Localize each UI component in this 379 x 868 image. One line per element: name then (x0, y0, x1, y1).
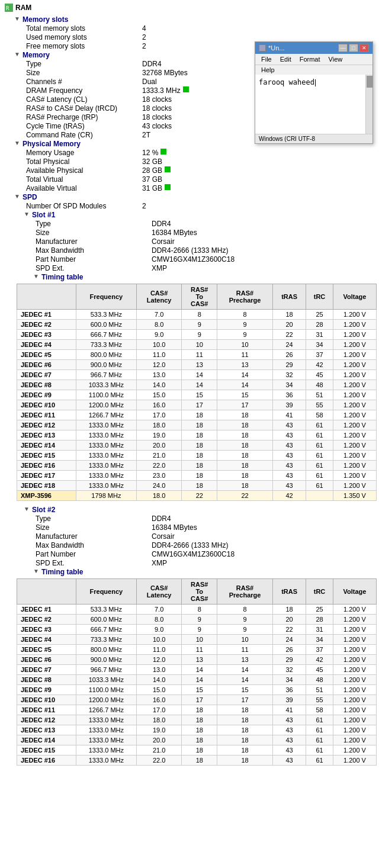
row-name: JEDEC #12 (17, 715, 76, 725)
row-trc: 61 (306, 430, 333, 441)
row-tras: 36 (273, 390, 306, 400)
row-tras: 26 (273, 645, 306, 655)
row-name: JEDEC #13 (17, 430, 76, 441)
row-tras: 18 (273, 310, 306, 320)
menu-file[interactable]: File (258, 55, 275, 63)
table-row: JEDEC #16 1333.0 MHz 22.0 18 18 43 61 1.… (17, 756, 377, 766)
close-button[interactable]: ✕ (359, 44, 369, 52)
row-cas: 9.0 (136, 625, 182, 635)
row-tras: 29 (273, 655, 306, 665)
row-volt: 1.200 V (333, 370, 376, 380)
available-virtual-value: 31 GB (142, 184, 162, 192)
row-tras: 18 (273, 605, 306, 615)
slot2-maxbw-row: Max Bandwidth DDR4-2666 (1333 MHz) (5, 541, 377, 549)
main-panel: R RAM ▼ Memory slots Total memory slots … (0, 0, 379, 868)
row-volt: 1.200 V (333, 330, 376, 340)
row-tras: 26 (273, 350, 306, 360)
row-freq: 800.0 MHz (76, 645, 137, 655)
total-memory-slots-row: Total memory slots 4 (5, 24, 377, 33)
row-cas: 18.0 (136, 420, 182, 430)
row-cas: 22.0 (136, 756, 182, 766)
used-memory-slots-label: Used memory slots (24, 33, 142, 41)
row-name: JEDEC #14 (17, 441, 76, 451)
row-trc: 42 (306, 360, 333, 370)
row-trc: 28 (306, 615, 333, 625)
row-name: JEDEC #8 (17, 675, 76, 685)
minimize-button[interactable]: — (338, 44, 348, 52)
row-cas: 15.0 (136, 390, 182, 400)
spd-item[interactable]: ▼ SPD (5, 193, 377, 201)
slot1-pn-value: CMW16GX4M1Z3600C18 (152, 255, 235, 263)
table-row: JEDEC #17 1333.0 MHz 23.0 18 18 43 61 1.… (17, 471, 377, 481)
maximize-button[interactable]: □ (349, 44, 358, 52)
row-trc: 51 (306, 390, 333, 400)
row-ras-pre: 22 (217, 491, 273, 501)
menu-help[interactable]: Help (258, 66, 278, 74)
row-volt: 1.200 V (333, 340, 376, 350)
row-ras-pre: 18 (217, 735, 273, 745)
table-row: JEDEC #3 666.7 MHz 9.0 9 9 22 31 1.200 V (17, 625, 377, 635)
slot2-item[interactable]: ▼ Slot #2 (5, 506, 377, 514)
slot1-size-row: Size 16384 MBytes (5, 229, 377, 237)
scrollbar-right[interactable] (365, 75, 372, 134)
row-name: JEDEC #2 (17, 320, 76, 330)
row-freq: 533.3 MHz (76, 310, 137, 320)
ras-precharge-value: 18 clocks (142, 113, 172, 121)
row-name: JEDEC #14 (17, 735, 76, 745)
slot2-pn-label: Part Number (33, 550, 152, 558)
row-freq: 966.7 MHz (76, 370, 137, 380)
menu-format[interactable]: Format (296, 55, 324, 63)
row-tras: 34 (273, 675, 306, 685)
float-status-bar: Windows (CRI UTF-8 (255, 134, 372, 143)
row-tras: 42 (273, 491, 306, 501)
spd-arrow: ▼ (14, 193, 23, 200)
menu-edit[interactable]: Edit (277, 55, 295, 63)
slot1-item[interactable]: ▼ Slot #1 (5, 211, 377, 219)
row-ras-pre: 9 (217, 330, 273, 340)
cycle-time-label: Cycle Time (tRAS) (24, 122, 142, 130)
slot2-maxbw-value: DDR4-2666 (1333 MHz) (152, 541, 228, 549)
row-tras: 22 (273, 330, 306, 340)
col-header-ras-pre: RAS#Precharge (217, 284, 273, 310)
row-ras-pre: 14 (217, 665, 273, 675)
table-row: JEDEC #12 1333.0 MHz 18.0 18 18 43 61 1.… (17, 715, 377, 725)
dram-freq-value: 1333.3 MHz (142, 86, 181, 95)
memory-slots-item[interactable]: ▼ Memory slots (5, 15, 377, 24)
dram-freq-label: DRAM Frequency (24, 86, 142, 95)
slot2-size-value: 16384 MBytes (152, 523, 197, 532)
row-volt: 1.200 V (333, 430, 376, 441)
slot1-timing-label: Timing table (41, 273, 83, 281)
col-header-freq: Frequency (76, 284, 137, 310)
row-tras: 24 (273, 635, 306, 645)
row-freq: 1333.0 MHz (76, 745, 137, 756)
row-ras-pre: 17 (217, 695, 273, 705)
row-tras: 39 (273, 400, 306, 410)
num-spd-modules-label: Number Of SPD Modules (24, 202, 142, 210)
row-volt: 1.200 V (333, 615, 376, 625)
row-cas: 14.0 (136, 675, 182, 685)
row-trc: 61 (306, 461, 333, 471)
row-cas: 10.0 (136, 340, 182, 350)
row-trc: 61 (306, 735, 333, 745)
slot1-type-label: Type (33, 220, 152, 228)
row-ras-pre: 10 (217, 635, 273, 645)
row-trc: 58 (306, 705, 333, 715)
row-ras-cas: 18 (182, 481, 217, 491)
row-cas: 21.0 (136, 745, 182, 756)
row-volt: 1.200 V (333, 635, 376, 645)
menu-view[interactable]: View (325, 55, 346, 63)
table-row: JEDEC #18 1333.0 MHz 24.0 18 18 43 61 1.… (17, 481, 377, 491)
row-volt: 1.200 V (333, 745, 376, 756)
row-freq: 1333.0 MHz (76, 756, 137, 766)
slot1-timing-item[interactable]: ▼ Timing table (5, 273, 377, 281)
row-freq: 600.0 MHz (76, 320, 137, 330)
table-row: JEDEC #3 666.7 MHz 9.0 9 9 22 31 1.200 V (17, 330, 377, 340)
row-freq: 1333.0 MHz (76, 715, 137, 725)
table-row: JEDEC #8 1033.3 MHz 14.0 14 14 34 48 1.2… (17, 380, 377, 390)
row-tras: 43 (273, 471, 306, 481)
app-title: RAM (15, 4, 31, 12)
slot2-timing-item[interactable]: ▼ Timing table (5, 568, 377, 576)
float-menubar: File Edit Format View (255, 54, 372, 65)
size-value: 32768 MBytes (142, 69, 188, 77)
slot1-maxbw-value: DDR4-2666 (1333 MHz) (152, 246, 228, 255)
